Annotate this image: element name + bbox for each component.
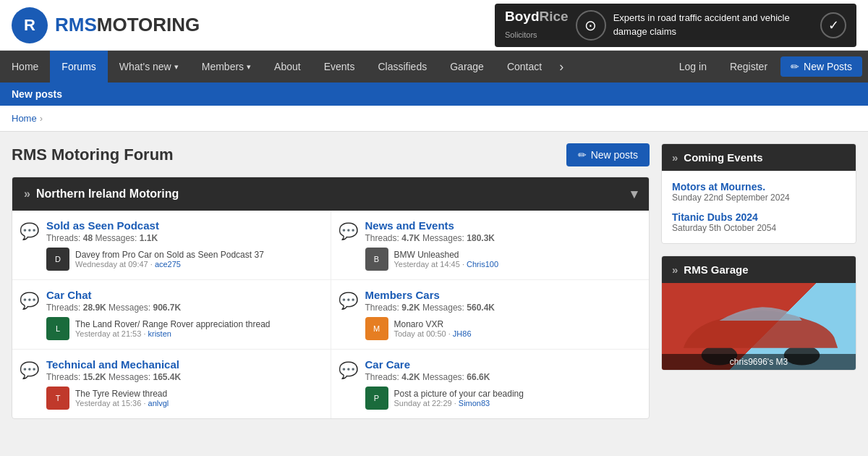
event-date-1: Sunday 22nd September 2024 [672,193,846,203]
forum-stats-5: Threads: 15.2K Messages: 165.4K [46,372,323,382]
avatar-6: P [365,387,388,410]
forum-section-title: Northern Ireland Motoring [36,187,631,200]
ad-description: Experts in road traffic accident and veh… [613,12,813,38]
last-post-meta-3: Yesterday at 21:53 · kristen [75,329,271,338]
main-nav: Home Forums What's new▾ Members▾ About E… [0,51,868,83]
avatar-2: B [365,248,388,271]
forum-info-6: Car Care Threads: 4.2K Messages: 66.6K P… [365,358,642,410]
nav-item-forums[interactable]: Forums [50,51,107,83]
forum-name-car-chat[interactable]: Car Chat [46,289,323,301]
coming-events-content: Motors at Mournes. Sunday 22nd September… [662,171,856,243]
rms-garage-header: » RMS Garage [662,256,856,283]
ad-checkmark-icon: ✓ [820,12,846,38]
logo[interactable]: R RMS MOTORING [12,7,200,43]
nav-more-icon[interactable]: › [553,51,569,83]
forum-stats-6: Threads: 4.2K Messages: 66.6K [365,372,642,382]
forum-last-5: T The Tyre Review thread Yesterday at 15… [46,387,323,410]
ad-circle-icon: ⊙ [576,10,606,41]
avatar-3: L [46,317,69,340]
forum-section-header[interactable]: » Northern Ireland Motoring ▾ [12,177,649,211]
nav-item-whats-new[interactable]: What's new▾ [108,51,190,83]
forum-name-technical[interactable]: Technical and Mechanical [46,358,323,371]
last-post-title-1[interactable]: Davey from Pro Car on Sold as Seen Podca… [75,250,264,260]
forum-cell-car-chat: 💬 Car Chat Threads: 28.9K Messages: 906.… [12,280,331,349]
coming-events-section: » Coming Events Motors at Mournes. Sunda… [661,143,856,244]
nav-item-home[interactable]: Home [0,51,50,83]
nav-item-contact[interactable]: Contact [495,51,553,83]
last-post-title-2[interactable]: BMW Unleashed [394,250,499,260]
event-item-1: Motors at Mournes. Sunday 22nd September… [672,181,846,203]
forum-cell-sold-as-seen: 💬 Sold as Seen Podcast Threads: 48 Messa… [12,211,331,279]
forum-chat-icon-5: 💬 [20,361,39,380]
nav-item-about[interactable]: About [263,51,312,83]
nav-item-classifieds[interactable]: Classifieds [367,51,439,83]
nav-right: Log in Register ✏ New Posts [669,56,868,77]
header: R RMS MOTORING BoydRice Solicitors ⊙ Exp… [0,0,868,51]
nav-item-garage[interactable]: Garage [438,51,495,83]
ad-logo-text: BoydRice Solicitors [505,9,569,42]
last-post-meta-5: Yesterday at 15:36 · anlvgl [75,399,169,408]
garage-label: chris9696's M3 [662,354,856,370]
login-button[interactable]: Log in [669,56,717,77]
new-posts-nav-button[interactable]: ✏ New Posts [780,56,862,77]
event-item-2: Titanic Dubs 2024 Saturday 5th October 2… [672,211,846,233]
forum-name-car-care[interactable]: Car Care [365,358,642,371]
last-post-user-4[interactable]: JH86 [453,329,472,338]
new-posts-bar[interactable]: New posts [0,83,868,106]
garage-image-container[interactable]: chris9696's M3 [662,283,856,370]
last-post-user-3[interactable]: kristen [148,329,171,338]
sidebar: » Coming Events Motors at Mournes. Sunda… [661,143,856,419]
forum-chat-icon-6: 💬 [339,361,358,380]
last-post-title-6[interactable]: Post a picture of your car beading [394,389,524,399]
new-posts-main-icon: ✏ [578,149,587,161]
last-post-title-4[interactable]: Monaro VXR [394,319,472,329]
last-post-user-2[interactable]: Chris100 [467,260,498,269]
forum-cell-car-care: 💬 Car Care Threads: 4.2K Messages: 66.6K… [331,350,650,418]
breadcrumb-sep: › [40,113,43,124]
forum-info-4: Members Cars Threads: 9.2K Messages: 560… [365,289,642,340]
event-name-2[interactable]: Titanic Dubs 2024 [672,211,846,223]
forum-section: » Northern Ireland Motoring ▾ 💬 Sold as … [12,177,650,419]
new-posts-nav-icon: ✏ [791,61,799,72]
forum-chat-icon-2: 💬 [339,222,358,241]
breadcrumb-home[interactable]: Home [12,113,37,124]
last-post-meta-4: Today at 00:50 · JH86 [394,329,472,338]
avatar-4: M [365,317,388,340]
last-post-user-6[interactable]: Simon83 [459,399,490,408]
forum-cell-technical: 💬 Technical and Mechanical Threads: 15.2… [12,350,331,418]
last-post-info-6: Post a picture of your car beading Sunda… [394,389,524,408]
forum-content: RMS Motoring Forum ✏ New posts » Norther… [12,143,650,419]
avatar-1: D [46,248,69,271]
forum-last-6: P Post a picture of your car beading Sun… [365,387,642,410]
section-chevron-icon: ▾ [631,186,637,202]
event-name-1[interactable]: Motors at Mournes. [672,181,846,193]
last-post-title-3[interactable]: The Land Rover/ Range Rover appreciation… [75,319,271,329]
forum-last-4: M Monaro VXR Today at 00:50 · JH86 [365,317,642,340]
forum-stats-4: Threads: 9.2K Messages: 560.4K [365,303,642,313]
forum-info-1: Sold as Seen Podcast Threads: 48 Message… [46,219,323,271]
forum-chat-icon-3: 💬 [20,292,39,311]
page-title: RMS Motoring Forum [12,145,174,164]
nav-item-events[interactable]: Events [312,51,367,83]
forum-cell-news-events: 💬 News and Events Threads: 4.7K Messages… [331,211,650,279]
main-layout: RMS Motoring Forum ✏ New posts » Norther… [0,132,868,431]
last-post-user-1[interactable]: ace275 [155,260,181,269]
last-post-info-1: Davey from Pro Car on Sold as Seen Podca… [75,250,264,269]
avatar-5: T [46,387,69,410]
event-date-2: Saturday 5th October 2054 [672,223,846,233]
forum-name-sold-as-seen[interactable]: Sold as Seen Podcast [46,219,323,232]
forum-chat-icon-4: 💬 [339,292,358,311]
forum-name-members-cars[interactable]: Members Cars [365,289,642,301]
last-post-user-5[interactable]: anlvgl [148,399,169,408]
new-posts-main-button[interactable]: ✏ New posts [566,143,650,166]
last-post-title-5[interactable]: The Tyre Review thread [75,389,169,399]
forum-name-news-events[interactable]: News and Events [365,219,642,232]
ad-banner[interactable]: BoydRice Solicitors ⊙ Experts in road tr… [495,4,856,47]
register-button[interactable]: Register [720,56,778,77]
last-post-meta-2: Yesterday at 14:45 · Chris100 [394,260,499,269]
forum-stats-3: Threads: 28.9K Messages: 906.7K [46,303,323,313]
last-post-info-5: The Tyre Review thread Yesterday at 15:3… [75,389,169,408]
nav-item-members[interactable]: Members▾ [190,51,263,83]
last-post-info-2: BMW Unleashed Yesterday at 14:45 · Chris… [394,250,499,269]
logo-icon: R [12,7,48,43]
